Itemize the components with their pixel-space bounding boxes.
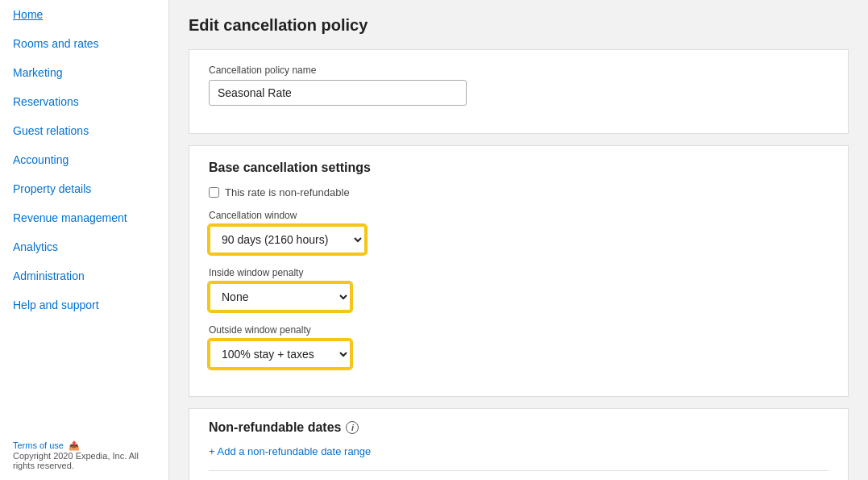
sidebar: Home Rooms and rates Marketing Reservati… [0,0,169,480]
cancellation-window-label: Cancellation window [209,210,829,221]
non-refundable-section-title: Non-refundable dates i [209,420,829,435]
sidebar-item-property-details[interactable]: Property details [0,174,168,203]
non-refundable-section: Non-refundable dates i + Add a non-refun… [189,408,849,480]
terms-of-use-link[interactable]: Terms of use [13,440,64,450]
inside-penalty-label: Inside window penalty [209,267,829,278]
sidebar-item-accounting[interactable]: Accounting [0,145,168,174]
sidebar-item-revenue-management[interactable]: Revenue management [0,203,168,232]
page-title: Edit cancellation policy [189,16,849,35]
sidebar-item-reservations[interactable]: Reservations [0,87,168,116]
non-refundable-label: This rate is non-refundable [225,186,350,198]
outside-penalty-group: Outside window penalty None 1 night + ta… [209,324,829,369]
base-settings-card: Base cancellation settings This rate is … [189,145,849,397]
sidebar-item-analytics[interactable]: Analytics [0,232,168,261]
inside-penalty-select[interactable]: None 1 night + taxes 50% stay + taxes 10… [209,282,351,311]
policy-name-input[interactable] [209,80,467,106]
policy-name-label: Cancellation policy name [209,65,829,76]
copyright-text: Copyright 2020 Expedia, Inc. All rights … [13,451,139,470]
sidebar-item-home[interactable]: Home [0,0,168,29]
inside-penalty-group: Inside window penalty None 1 night + tax… [209,267,829,311]
non-refundable-checkbox[interactable] [209,187,219,198]
non-refundable-info-icon[interactable]: i [346,421,359,434]
outside-penalty-label: Outside window penalty [209,324,829,336]
sidebar-item-guest-relations[interactable]: Guest relations [0,116,168,145]
outside-penalty-select[interactable]: None 1 night + taxes 50% stay + taxes 10… [209,340,351,369]
add-non-refundable-link[interactable]: + Add a non-refundable date range [209,445,371,457]
sidebar-item-administration[interactable]: Administration [0,261,168,290]
non-refundable-checkbox-row: This rate is non-refundable [209,186,829,198]
sidebar-nav: Home Rooms and rates Marketing Reservati… [0,0,168,319]
sidebar-item-help-and-support[interactable]: Help and support [0,290,168,319]
sidebar-footer: Terms of use 📤 Copyright 2020 Expedia, I… [0,431,168,480]
main-content: Edit cancellation policy Cancellation po… [169,0,868,480]
sidebar-item-rooms-and-rates[interactable]: Rooms and rates [0,29,168,58]
cancellation-window-select[interactable]: 90 days (2160 hours) 60 days (1440 hours… [209,225,366,254]
sidebar-item-marketing[interactable]: Marketing [0,58,168,87]
base-section-title: Base cancellation settings [209,161,829,175]
policy-name-card: Cancellation policy name [189,49,849,134]
cancellation-window-group: Cancellation window 90 days (2160 hours)… [209,210,829,254]
